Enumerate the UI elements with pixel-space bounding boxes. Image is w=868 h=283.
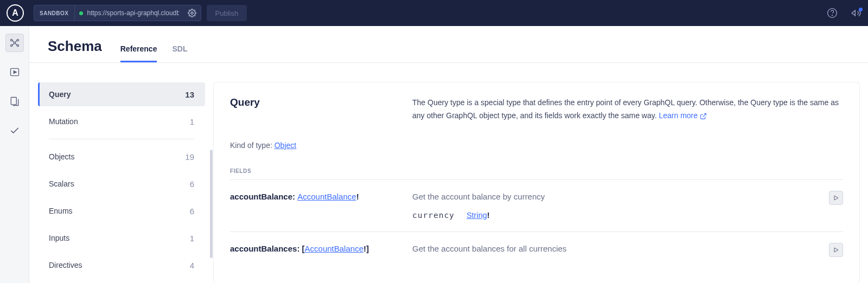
sidebar-item-enums[interactable]: Enums 6 (38, 199, 205, 223)
sidebar-item-count: 19 (185, 152, 194, 162)
gear-icon[interactable] (183, 9, 201, 17)
sidebar-item-query[interactable]: Query 13 (38, 82, 205, 106)
sidebar-item-count: 13 (185, 90, 194, 99)
rail-checks-icon[interactable] (5, 121, 24, 140)
argument-name: currency (412, 211, 455, 220)
field-name: accountBalances (230, 244, 297, 253)
argument-row: currency String! (412, 211, 843, 220)
notification-dot-icon (859, 8, 863, 11)
kind-link[interactable]: Object (275, 141, 296, 150)
sidebar-item-objects[interactable]: Objects 19 (38, 145, 205, 169)
external-link-icon (700, 113, 707, 120)
return-type-link[interactable]: AccountBalance (305, 244, 363, 253)
type-detail-panel: Query The Query type is a special type t… (214, 82, 859, 283)
svg-point-5 (10, 44, 12, 46)
svg-point-6 (17, 44, 18, 46)
svg-marker-9 (14, 71, 16, 74)
learn-more-link[interactable]: Learn more (659, 111, 698, 120)
svg-marker-13 (834, 248, 838, 252)
help-icon[interactable] (827, 8, 838, 18)
svg-point-3 (10, 39, 12, 41)
sidebar-item-label: Inputs (49, 234, 69, 242)
rail-diff-icon[interactable] (5, 92, 24, 111)
fields-heading: FIELDS (230, 168, 843, 180)
sidebar-item-label: Mutation (49, 117, 78, 126)
sidebar-item-scalars[interactable]: Scalars 6 (38, 172, 205, 196)
svg-rect-10 (11, 98, 16, 105)
type-description: The Query type is a special type that de… (412, 97, 843, 123)
tab-reference[interactable]: Reference (120, 44, 157, 62)
rail-explorer-icon[interactable] (5, 63, 24, 81)
logo[interactable]: A (7, 4, 24, 22)
top-bar: A SANDBOX https://sports-api-graphql.clo… (0, 0, 868, 26)
endpoint-url-text: https://sports-api-graphql.cloudbet.c (87, 9, 179, 17)
field-signature: accountBalances: [AccountBalance!] (230, 244, 387, 253)
scrollbar[interactable] (210, 150, 213, 258)
sandbox-selector[interactable]: SANDBOX https://sports-api-graphql.cloud… (34, 5, 201, 21)
argument-type-link[interactable]: String (467, 211, 487, 220)
sidebar-item-mutation[interactable]: Mutation 1 (38, 110, 205, 133)
sidebar-item-count: 1 (190, 117, 194, 126)
sidebar-item-count: 1 (190, 234, 194, 243)
sidebar-item-label: Scalars (49, 179, 74, 188)
nav-rail (0, 26, 29, 283)
svg-point-1 (828, 9, 837, 18)
return-type-link[interactable]: AccountBalance (297, 192, 356, 201)
field-name: accountBalance (230, 192, 292, 201)
sidebar-item-count: 6 (190, 207, 194, 216)
svg-point-0 (191, 12, 193, 14)
announcements-icon[interactable] (851, 8, 861, 18)
svg-line-11 (703, 113, 706, 117)
sidebar-item-inputs[interactable]: Inputs 1 (38, 226, 205, 250)
sidebar-item-count: 4 (190, 261, 194, 270)
endpoint-url[interactable]: https://sports-api-graphql.cloudbet.c (75, 5, 183, 21)
type-name: Query (230, 97, 387, 123)
page-title: Schema (48, 38, 102, 62)
sidebar-item-label: Query (49, 90, 71, 99)
field-description: Get the account balances for all currenc… (412, 244, 843, 253)
sandbox-badge: SANDBOX (34, 5, 75, 21)
run-field-button[interactable] (829, 243, 843, 257)
sidebar-item-label: Directives (49, 261, 82, 269)
svg-marker-12 (834, 196, 838, 200)
tabs: Reference SDL (120, 38, 188, 62)
status-dot-icon (79, 11, 83, 15)
field-row: accountBalances: [AccountBalance!] Get t… (230, 232, 843, 265)
kind-of-type: Kind of type: Object (230, 141, 843, 150)
divider (49, 139, 194, 139)
tab-sdl[interactable]: SDL (172, 44, 187, 62)
page-header: Schema Reference SDL (29, 26, 868, 63)
sidebar-item-label: Enums (49, 207, 73, 215)
field-row: accountBalance: AccountBalance! Get the … (230, 180, 843, 232)
sidebar-item-count: 6 (190, 179, 194, 189)
svg-point-7 (14, 42, 15, 43)
sidebar-item-directives[interactable]: Directives 4 (38, 253, 205, 277)
svg-point-2 (832, 15, 833, 16)
run-field-button[interactable] (829, 191, 843, 205)
svg-point-4 (17, 39, 18, 41)
publish-button[interactable]: Publish (207, 5, 247, 21)
rail-schema-icon[interactable] (5, 34, 24, 52)
sidebar-item-label: Objects (49, 152, 74, 161)
field-description: Get the account balance by currency (412, 192, 843, 201)
field-signature: accountBalance: AccountBalance! (230, 192, 387, 220)
schema-sidebar: Query 13 Mutation 1 Objects 19 Scalars 6 (29, 63, 214, 283)
